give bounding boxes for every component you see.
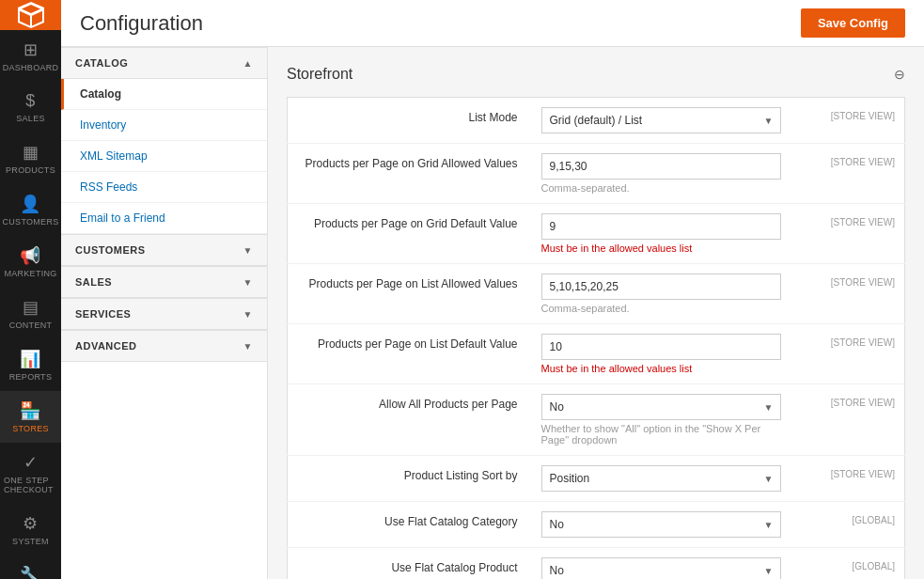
sort-by-select-wrapper: Position Name Price ▼ bbox=[541, 465, 781, 492]
flat-category-select-wrapper: Yes No ▼ bbox=[541, 511, 781, 538]
products-icon: ▦ bbox=[23, 142, 39, 163]
field-label-flat-product: Use Flat Catalog Product bbox=[288, 548, 532, 580]
sidebar-item-stores[interactable]: 🏪 STORES bbox=[0, 391, 61, 443]
sidebar-item-label: DASHBOARD bbox=[3, 63, 59, 72]
onestep-icon: ✓ bbox=[23, 452, 38, 473]
scope-label-list-mode: [STORE VIEW] bbox=[802, 98, 905, 144]
sidebar-item-reports[interactable]: 📊 REPORTS bbox=[0, 339, 61, 391]
chevron-down-icon: ▼ bbox=[243, 245, 253, 256]
grid-allowed-input[interactable] bbox=[541, 153, 781, 180]
sidebar-item-label: STORES bbox=[12, 424, 49, 433]
field-label-flat-category: Use Flat Catalog Category bbox=[288, 502, 532, 548]
list-mode-select[interactable]: Grid (default) / List List / Grid Grid O… bbox=[541, 107, 781, 133]
nav-item-catalog[interactable]: Catalog bbox=[61, 79, 267, 110]
sidebar-item-content[interactable]: ▤ CONTENT bbox=[0, 288, 61, 339]
header: Configuration Save Config bbox=[61, 0, 924, 47]
nav-section-header-services[interactable]: SERVICES ▼ bbox=[61, 298, 267, 330]
field-input-grid-allowed: Comma-separated. bbox=[532, 144, 802, 204]
collapse-section-icon[interactable]: ⊖ bbox=[894, 67, 905, 82]
table-row: Allow All Products per Page Yes No ▼ Whe… bbox=[288, 384, 905, 456]
table-row: Use Flat Catalog Product Yes No ▼ bbox=[288, 548, 905, 580]
list-default-hint: Must be in the allowed values list bbox=[541, 363, 792, 374]
nav-items-catalog: Catalog Inventory XML Sitemap RSS Feeds … bbox=[61, 79, 267, 234]
sidebar-item-label: PRODUCTS bbox=[6, 165, 55, 175]
sales-icon: $ bbox=[25, 91, 35, 111]
scope-label-list-default: [STORE VIEW] bbox=[802, 324, 905, 384]
sidebar-item-marketing[interactable]: 📢 MARKETING bbox=[0, 236, 61, 288]
sidebar-item-sales[interactable]: $ SALES bbox=[0, 82, 61, 133]
list-allowed-input[interactable] bbox=[541, 274, 781, 300]
field-label-allow-all: Allow All Products per Page bbox=[288, 384, 532, 456]
field-input-flat-category: Yes No ▼ bbox=[532, 502, 802, 548]
table-row: Products per Page on Grid Allowed Values… bbox=[288, 144, 905, 204]
list-default-input[interactable] bbox=[541, 334, 781, 360]
sidebar-item-onestep[interactable]: ✓ ONE STEP CHECKOUT bbox=[0, 443, 61, 504]
field-input-list-mode: Grid (default) / List List / Grid Grid O… bbox=[532, 98, 802, 144]
system-icon: ⚙ bbox=[23, 513, 38, 534]
page-title: Configuration bbox=[80, 11, 203, 36]
flat-category-select[interactable]: Yes No bbox=[541, 511, 781, 538]
scope-label-sort-by: [STORE VIEW] bbox=[802, 456, 905, 502]
sort-by-select[interactable]: Position Name Price bbox=[541, 465, 781, 492]
field-label-grid-allowed: Products per Page on Grid Allowed Values bbox=[288, 144, 532, 204]
flat-product-select-wrapper: Yes No ▼ bbox=[541, 557, 781, 579]
table-row: Use Flat Catalog Category Yes No ▼ bbox=[288, 502, 905, 548]
main-wrapper: Configuration Save Config CATALOG ▲ Cata… bbox=[61, 0, 924, 579]
scope-label-flat-category: [GLOBAL] bbox=[802, 502, 905, 548]
sidebar-item-label: REPORTS bbox=[9, 372, 52, 382]
chevron-up-icon: ▲ bbox=[243, 58, 253, 69]
sidebar-item-label: CUSTOMERS bbox=[2, 217, 58, 227]
chevron-down-icon: ▼ bbox=[243, 341, 253, 352]
sidebar-item-system[interactable]: ⚙ SYSTEM bbox=[0, 504, 61, 556]
sidebar: ⊞ DASHBOARD $ SALES ▦ PRODUCTS 👤 CUSTOME… bbox=[0, 0, 61, 579]
field-label-grid-default: Products per Page on Grid Default Value bbox=[288, 204, 532, 264]
left-nav: CATALOG ▲ Catalog Inventory XML Sitemap … bbox=[61, 47, 268, 579]
sidebar-item-label: ONE STEP CHECKOUT bbox=[4, 476, 57, 494]
nav-item-rss-feeds[interactable]: RSS Feeds bbox=[61, 172, 267, 203]
nav-section-header-sales[interactable]: SALES ▼ bbox=[61, 266, 267, 298]
nav-section-header-advanced[interactable]: ADVANCED ▼ bbox=[61, 330, 267, 362]
customers-icon: 👤 bbox=[20, 194, 40, 214]
field-label-list-allowed: Products per Page on List Allowed Values bbox=[288, 264, 532, 324]
field-input-list-allowed: Comma-separated. bbox=[532, 264, 802, 324]
scope-label-flat-product: [GLOBAL] bbox=[802, 548, 905, 580]
chevron-down-icon: ▼ bbox=[243, 309, 253, 320]
marketing-icon: 📢 bbox=[20, 245, 40, 266]
save-config-button[interactable]: Save Config bbox=[801, 8, 905, 38]
list-allowed-hint: Comma-separated. bbox=[541, 303, 792, 314]
nav-item-xml-sitemap[interactable]: XML Sitemap bbox=[61, 141, 267, 172]
nav-section-services: SERVICES ▼ bbox=[61, 298, 267, 330]
content-area: CATALOG ▲ Catalog Inventory XML Sitemap … bbox=[61, 47, 924, 579]
scope-label-list-allowed: [STORE VIEW] bbox=[802, 264, 905, 324]
scope-label-grid-allowed: [STORE VIEW] bbox=[802, 144, 905, 204]
allow-all-select[interactable]: Yes No bbox=[541, 394, 781, 420]
nav-section-sales: SALES ▼ bbox=[61, 266, 267, 298]
allow-all-hint: Whether to show "All" option in the "Sho… bbox=[541, 423, 781, 446]
flat-product-select[interactable]: Yes No bbox=[541, 557, 781, 579]
sidebar-item-extensions[interactable]: 🔧 FIND PARTNERS & EXTENSIONS bbox=[0, 556, 61, 579]
nav-section-customers: CUSTOMERS ▼ bbox=[61, 234, 267, 266]
sidebar-item-customers[interactable]: 👤 CUSTOMERS bbox=[0, 184, 61, 236]
table-row: Products per Page on List Allowed Values… bbox=[288, 264, 905, 324]
sidebar-item-dashboard[interactable]: ⊞ DASHBOARD bbox=[0, 30, 61, 82]
sidebar-item-label: CONTENT bbox=[9, 321, 53, 330]
nav-item-inventory[interactable]: Inventory bbox=[61, 110, 267, 141]
field-input-list-default: Must be in the allowed values list bbox=[532, 324, 802, 384]
nav-section-header-customers[interactable]: CUSTOMERS ▼ bbox=[61, 234, 267, 266]
nav-section-header-catalog[interactable]: CATALOG ▲ bbox=[61, 47, 267, 79]
scope-label-grid-default: [STORE VIEW] bbox=[802, 204, 905, 264]
list-mode-select-wrapper: Grid (default) / List List / Grid Grid O… bbox=[541, 107, 781, 133]
nav-section-catalog: CATALOG ▲ Catalog Inventory XML Sitemap … bbox=[61, 47, 267, 234]
sidebar-item-products[interactable]: ▦ PRODUCTS bbox=[0, 133, 61, 184]
field-label-sort-by: Product Listing Sort by bbox=[288, 456, 532, 502]
nav-item-email-to-friend[interactable]: Email to a Friend bbox=[61, 203, 267, 234]
sidebar-item-label: SALES bbox=[16, 114, 45, 123]
logo bbox=[0, 0, 61, 30]
grid-allowed-hint: Comma-separated. bbox=[541, 182, 792, 194]
grid-default-input[interactable] bbox=[541, 213, 781, 240]
field-input-flat-product: Yes No ▼ bbox=[532, 548, 802, 580]
field-input-sort-by: Position Name Price ▼ bbox=[532, 456, 802, 502]
field-input-grid-default: Must be in the allowed values list bbox=[532, 204, 802, 264]
main-content: Storefront ⊖ List Mode Grid (default) / … bbox=[268, 47, 924, 579]
sidebar-item-label: MARKETING bbox=[4, 269, 56, 278]
